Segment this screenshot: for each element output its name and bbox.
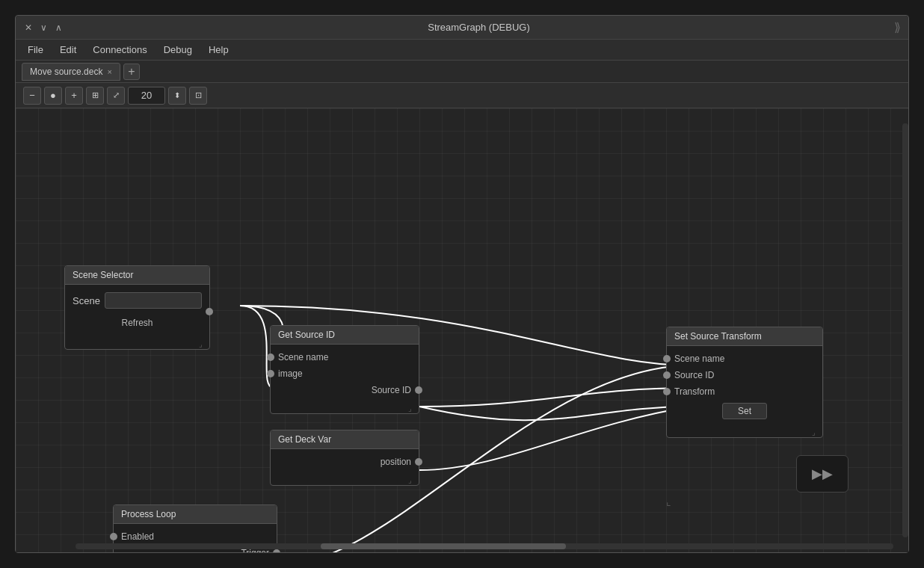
get-deck-var-header: Get Deck Var bbox=[271, 430, 419, 449]
scene-name-input-port[interactable] bbox=[267, 354, 274, 361]
tab-close-button[interactable]: × bbox=[107, 67, 111, 76]
refresh-row: Refresh bbox=[65, 312, 209, 334]
enabled-input-port[interactable] bbox=[110, 533, 117, 540]
zoom-in-button[interactable]: + bbox=[65, 87, 83, 105]
tab-active[interactable]: Move source.deck × bbox=[22, 63, 120, 81]
set-button[interactable]: Set bbox=[722, 403, 767, 419]
source-id-output-row: Source ID bbox=[271, 382, 419, 398]
process-loop-header: Process Loop bbox=[114, 505, 277, 524]
canvas-area: Scene Selector Scene Refresh ⌟ Get Sourc bbox=[16, 108, 908, 552]
zoom-stepper[interactable]: ⬍ bbox=[168, 87, 186, 105]
set-source-transform-node: Set Source Transform Scene name Source I… bbox=[666, 327, 823, 438]
menu-edit[interactable]: Edit bbox=[52, 42, 84, 58]
position-output-port[interactable] bbox=[415, 458, 422, 466]
scrollbar-thumb-h[interactable] bbox=[321, 543, 566, 549]
sst-scene-name-port[interactable] bbox=[663, 355, 671, 362]
scene-select-row: Scene bbox=[65, 289, 209, 312]
scrollbar-vertical[interactable] bbox=[902, 123, 908, 537]
refresh-button[interactable]: Refresh bbox=[73, 315, 202, 331]
tab-add-button[interactable]: + bbox=[123, 64, 140, 80]
sst-scene-name-label: Scene name bbox=[674, 354, 724, 364]
scene-label: Scene bbox=[73, 295, 100, 306]
position-output-row: position bbox=[271, 454, 419, 470]
streamdeck-icon: ▶▶ bbox=[812, 466, 833, 482]
get-deck-var-resize[interactable]: ⌟ bbox=[408, 476, 416, 484]
toolbar: − ● + ⊞ ⤢ ⬍ ⊡ bbox=[16, 83, 908, 108]
sst-transform-port[interactable] bbox=[663, 388, 671, 395]
grid-button[interactable]: ⊞ bbox=[86, 87, 104, 105]
window-controls[interactable]: ✕ ∨ ∧ bbox=[23, 22, 64, 33]
sst-transform-row: Transform bbox=[667, 383, 822, 400]
tab-label: Move source.deck bbox=[30, 67, 102, 77]
sst-source-id-label: Source ID bbox=[674, 370, 714, 380]
source-id-output-port[interactable] bbox=[415, 386, 422, 394]
trigger-output-port[interactable] bbox=[273, 549, 280, 552]
get-source-id-node: Get Source ID Scene name image Source ID… bbox=[270, 325, 419, 414]
window-title: StreamGraph (DEBUG) bbox=[428, 22, 530, 33]
tab-bar: Move source.deck × + bbox=[16, 61, 908, 83]
image-input-row: image bbox=[271, 365, 419, 382]
get-source-id-header: Get Source ID bbox=[271, 326, 419, 345]
zoom-out-button[interactable]: − bbox=[23, 87, 41, 105]
sst-resize[interactable]: ⌟ bbox=[812, 428, 819, 436]
scene-selector-node: Scene Selector Scene Refresh ⌟ bbox=[64, 265, 210, 350]
lock-button[interactable]: ⊡ bbox=[189, 87, 207, 105]
fit-button[interactable]: ⤢ bbox=[107, 87, 125, 105]
menu-bar: File Edit Connections Debug Help bbox=[16, 40, 908, 61]
sst-transform-label: Transform bbox=[674, 386, 715, 397]
sst-scene-name-row: Scene name bbox=[667, 351, 822, 367]
reset-zoom-button[interactable]: ● bbox=[44, 87, 62, 105]
image-input-port[interactable] bbox=[267, 370, 274, 377]
zoom-value-input[interactable] bbox=[128, 87, 165, 105]
scene-selector-header: Scene Selector bbox=[65, 266, 209, 285]
collapse-icon[interactable]: ⟫ bbox=[894, 20, 901, 34]
resize-handle[interactable]: ⌟ bbox=[199, 340, 206, 348]
menu-file[interactable]: File bbox=[20, 42, 51, 58]
get-deck-var-node: Get Deck Var position ⌟ bbox=[270, 430, 419, 486]
get-source-resize[interactable]: ⌟ bbox=[408, 404, 416, 412]
position-label: position bbox=[381, 457, 411, 467]
source-id-label: Source ID bbox=[372, 385, 411, 395]
sst-set-row: Set bbox=[667, 400, 822, 422]
streamdeck-button[interactable]: ▶▶ bbox=[796, 455, 848, 493]
scrollbar-horizontal[interactable] bbox=[76, 543, 893, 549]
enabled-input-row: Enabled bbox=[114, 528, 277, 545]
menu-connections[interactable]: Connections bbox=[85, 42, 154, 58]
title-bar-right: ⟫ bbox=[894, 20, 901, 34]
scene-selector-dropdown[interactable] bbox=[105, 292, 202, 309]
image-label: image bbox=[278, 368, 303, 379]
maximize-button[interactable]: ∧ bbox=[53, 22, 64, 33]
menu-debug[interactable]: Debug bbox=[156, 42, 200, 58]
sst-source-id-port[interactable] bbox=[663, 371, 671, 379]
set-source-transform-header: Set Source Transform bbox=[667, 327, 822, 346]
close-button[interactable]: ✕ bbox=[23, 22, 34, 33]
menu-help[interactable]: Help bbox=[201, 42, 236, 58]
minimize-button[interactable]: ∨ bbox=[38, 22, 49, 33]
enabled-label: Enabled bbox=[121, 531, 154, 542]
title-bar: ✕ ∨ ∧ StreamGraph (DEBUG) ⟫ bbox=[16, 16, 908, 40]
large-collapse-corner: ⌞ bbox=[666, 496, 671, 507]
sst-source-id-row: Source ID bbox=[667, 367, 822, 383]
scene-name-label: Scene name bbox=[278, 352, 328, 362]
scene-name-input-row: Scene name bbox=[271, 349, 419, 365]
